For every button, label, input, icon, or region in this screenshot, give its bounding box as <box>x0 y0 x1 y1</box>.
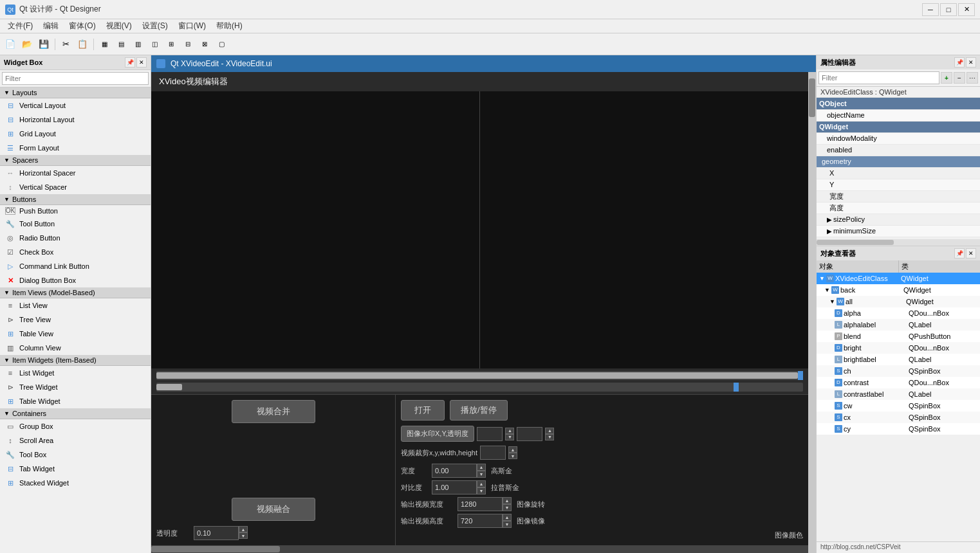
canvas-hscrollbar[interactable] <box>151 545 808 553</box>
widget-tool-box[interactable]: 🔧 Tool Box <box>0 448 151 462</box>
tb-cut[interactable]: ✂ <box>58 37 73 52</box>
wm-spin-down-1[interactable]: ▼ <box>505 434 514 440</box>
prop-hscroll[interactable] <box>817 239 980 246</box>
obj-row-cx[interactable]: S cx QSpinBox <box>817 412 980 423</box>
menu-settings[interactable]: 设置(S) <box>137 19 173 33</box>
prop-sizepolicy-val[interactable] <box>968 213 980 225</box>
obj-pin[interactable]: 📌 <box>954 248 965 258</box>
out-w-down[interactable]: ▼ <box>503 504 512 511</box>
tb-layout7[interactable]: ⊠ <box>197 37 212 52</box>
tb-layout8[interactable]: ▢ <box>214 37 229 52</box>
contrast-up[interactable]: ▲ <box>477 480 486 487</box>
widget-v-spacer[interactable]: ↕ Vertical Spacer <box>0 180 151 194</box>
category-item-widgets[interactable]: ▼ Item Widgets (Item-Based) <box>0 355 151 366</box>
widget-tab-widget[interactable]: ⊟ Tab Widget <box>0 462 151 476</box>
widget-filter-input[interactable] <box>2 72 149 85</box>
widget-radio-button[interactable]: ◎ Radio Button <box>0 231 151 245</box>
obj-row-cw[interactable]: S cw QSpinBox <box>817 400 980 412</box>
tb-new[interactable]: 📄 <box>3 37 18 52</box>
transparency-up[interactable]: ▲ <box>239 526 248 532</box>
merge-button[interactable]: 视频合并 <box>232 400 315 423</box>
widget-tree-widget[interactable]: ⊳ Tree Widget <box>0 380 151 394</box>
widget-grid-layout[interactable]: ⊞ Grid Layout <box>0 127 151 141</box>
crop-spin-up[interactable]: ▲ <box>508 446 517 453</box>
obj-row-ch[interactable]: S ch QSpinBox <box>817 365 980 377</box>
maximize-button[interactable]: □ <box>940 3 957 16</box>
menu-file[interactable]: 文件(F) <box>3 19 38 33</box>
obj-row-xvideoeditclass[interactable]: ▼ W XVideoEditClass QWidget <box>817 273 980 284</box>
prop-height-val[interactable] <box>968 202 980 213</box>
tb-layout6[interactable]: ⊟ <box>180 37 196 52</box>
obj-row-brightlabel[interactable]: L brightlabel QLabel <box>817 354 980 365</box>
prop-objectname-val[interactable] <box>968 109 980 121</box>
widget-vertical-layout[interactable]: ⊟ Vertical Layout <box>0 98 151 113</box>
contrast-down[interactable]: ▼ <box>477 487 486 494</box>
prop-filter-minus[interactable]: − <box>954 72 965 84</box>
widget-box-pin[interactable]: 📌 <box>125 57 135 68</box>
category-spacers[interactable]: ▼ Spacers <box>0 155 151 166</box>
tb-layout3[interactable]: ▥ <box>130 37 145 52</box>
contrast-input[interactable] <box>432 480 477 494</box>
tb-layout5[interactable]: ⊞ <box>163 37 179 52</box>
widget-h-spacer[interactable]: ↔ Horizontal Spacer <box>0 166 151 180</box>
obj-row-back[interactable]: ▼ W back QWidget <box>817 284 980 296</box>
prop-close[interactable]: ✕ <box>966 57 976 68</box>
tb-copy[interactable]: 📋 <box>75 37 90 52</box>
prop-x-val[interactable] <box>968 167 980 179</box>
prop-pin[interactable]: 📌 <box>954 57 965 68</box>
close-button[interactable]: ✕ <box>958 3 975 16</box>
widget-push-button[interactable]: OK Push Button <box>0 205 151 217</box>
minimize-button[interactable]: ─ <box>922 3 939 16</box>
obj-row-alpha[interactable]: D alpha QDou...nBox <box>817 307 980 319</box>
bright-down[interactable]: ▼ <box>477 471 486 478</box>
transparency-down[interactable]: ▼ <box>239 532 248 539</box>
wm-spin-up-1[interactable]: ▲ <box>505 428 514 434</box>
blend-button[interactable]: 视频融合 <box>232 498 315 521</box>
widget-check-box[interactable]: ☑ Check Box <box>0 245 151 259</box>
canvas-vscrollbar[interactable] <box>808 72 816 553</box>
out-h-down[interactable]: ▼ <box>503 521 512 528</box>
category-item-views[interactable]: ▼ Item Views (Model-Based) <box>0 287 151 298</box>
prop-filter-add[interactable]: + <box>941 72 952 84</box>
crop-spin-down[interactable]: ▼ <box>508 453 517 459</box>
category-layouts[interactable]: ▼ Layouts <box>0 87 151 98</box>
menu-window[interactable]: 窗口(W) <box>173 19 211 33</box>
wm-spin-up-2[interactable]: ▲ <box>545 428 554 434</box>
out-w-up[interactable]: ▲ <box>503 497 512 504</box>
bright-up[interactable]: ▲ <box>477 464 486 471</box>
obj-row-all[interactable]: ▼ W all QWidget <box>817 296 980 307</box>
prop-enabled-val[interactable] <box>968 144 980 156</box>
widget-form-layout[interactable]: ☰ Form Layout <box>0 141 151 155</box>
output-width-input[interactable] <box>458 497 503 511</box>
widget-box-close[interactable]: ✕ <box>136 57 147 68</box>
widget-table-view[interactable]: ⊞ Table View <box>0 327 151 341</box>
output-height-input[interactable] <box>458 514 503 528</box>
obj-row-cy[interactable]: S cy QSpinBox <box>817 423 980 435</box>
category-containers[interactable]: ▼ Containers <box>0 408 151 419</box>
widget-table-widget[interactable]: ⊞ Table Widget <box>0 394 151 408</box>
watermark-input-2[interactable] <box>517 427 542 441</box>
widget-dialog-button-box[interactable]: ✕ Dialog Button Box <box>0 273 151 287</box>
tb-open[interactable]: 📂 <box>19 37 35 52</box>
tb-layout2[interactable]: ▤ <box>113 37 129 52</box>
menu-view[interactable]: 视图(V) <box>101 19 137 33</box>
obj-row-alphalabel[interactable]: L alphalabel QLabel <box>817 319 980 331</box>
widget-group-box[interactable]: ▭ Group Box <box>0 419 151 433</box>
widget-list-view[interactable]: ≡ List View <box>0 298 151 313</box>
out-h-up[interactable]: ▲ <box>503 514 512 521</box>
obj-row-bright[interactable]: D bright QDou...nBox <box>817 342 980 354</box>
widget-stacked-widget[interactable]: ⊞ Stacked Widget <box>0 476 151 490</box>
widget-command-link[interactable]: ▷ Command Link Button <box>0 259 151 273</box>
prop-width-val[interactable] <box>968 190 980 202</box>
obj-row-contrastlabel[interactable]: L contrastlabel QLabel <box>817 388 980 400</box>
prop-y-val[interactable] <box>968 179 980 190</box>
watermark-input-1[interactable] <box>477 427 503 441</box>
prop-filter-options[interactable]: ⋯ <box>966 72 978 84</box>
obj-row-contrast[interactable]: D contrast QDou...nBox <box>817 377 980 388</box>
obj-row-blend[interactable]: P blend QPushButton <box>817 331 980 342</box>
menu-form[interactable]: 窗体(O) <box>64 19 100 33</box>
crop-input[interactable] <box>480 446 506 460</box>
widget-scroll-area[interactable]: ↕ Scroll Area <box>0 433 151 448</box>
tb-layout4[interactable]: ◫ <box>147 37 162 52</box>
widget-tool-button[interactable]: 🔧 Tool Button <box>0 217 151 231</box>
